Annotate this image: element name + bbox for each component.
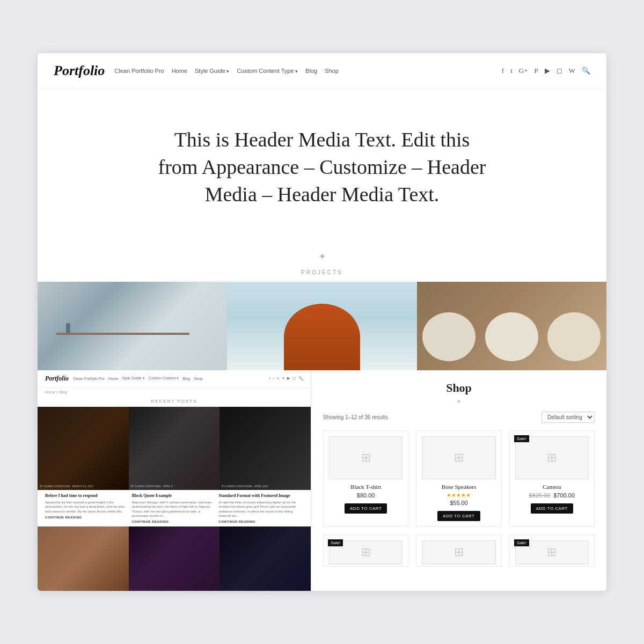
blog-posts-list: Before I had time to respond Apparently … — [38, 490, 311, 527]
instagram-icon[interactable]: ◻ — [557, 67, 562, 75]
product-card-1: ⊞ Black T-shirt $80.00 ADD TO CART — [323, 430, 408, 527]
mini-facebook-icon[interactable]: f — [269, 376, 270, 380]
product-placeholder-icon-6: ⊞ — [547, 545, 557, 559]
mini-navbar: Portfolio Clean Portfolio Pro Home Style… — [38, 370, 311, 387]
product-card-6: Sale! ⊞ — [509, 535, 595, 567]
mini-icons: f t G P ▶ ◻ 🔍 — [269, 376, 303, 380]
blog-post-meta-1: BY KAREN CHRISTIANA MARCH 13, 2017 — [40, 485, 93, 488]
product-price-new-3: $700.00 — [553, 492, 575, 499]
project-image-1[interactable] — [38, 282, 227, 370]
product-stars-2: ★★★★★ — [422, 492, 495, 498]
projects-label: PROJECTS — [38, 265, 606, 282]
nav-tagline[interactable]: Clean Portfolio Pro — [114, 68, 164, 74]
continue-reading-2[interactable]: CONTINUE READING — [132, 520, 217, 523]
blog-post-meta-3: BY KAREN CHRISTIANA APRIL 2017 — [222, 485, 268, 488]
wordpress-icon[interactable]: W — [569, 67, 575, 75]
continue-reading-3[interactable]: CONTINUE READING — [218, 520, 303, 523]
hero-text: This is Header Media Text. Edit this fro… — [156, 126, 488, 209]
sale-badge-4: Sale! — [328, 539, 343, 546]
blog-post-excerpt-1: Apparently we had reached a great height… — [45, 500, 130, 514]
blog-post-item-3: Standard Format with Featured Image At r… — [218, 493, 303, 524]
product-placeholder-icon-5: ⊞ — [454, 545, 464, 559]
product-name-3[interactable]: Camera — [515, 484, 589, 490]
mini-gplus-icon[interactable]: G — [277, 376, 280, 380]
blog-post-image-5[interactable] — [129, 526, 220, 591]
mini-nav-custom[interactable]: Custom Content ▾ — [149, 376, 179, 380]
blog-post-image-6[interactable] — [219, 526, 311, 591]
project-image-3[interactable] — [417, 282, 606, 370]
blog-post-excerpt-2: Mauricius Silicago, with 4 corrupt movem… — [132, 500, 217, 518]
breadcrumb: Home > Blog — [38, 387, 311, 397]
googleplus-icon[interactable]: G+ — [519, 67, 528, 75]
continue-reading-1[interactable]: CONTINUE READING — [45, 516, 130, 519]
product-price-3: $825.00 $700.00 — [515, 492, 589, 499]
product-card-5: ⊞ — [416, 535, 501, 567]
product-price-1: $80.00 — [329, 492, 402, 499]
add-to-cart-1[interactable]: ADD TO CART — [345, 503, 387, 514]
hero-section: This is Header Media Text. Edit this fro… — [38, 90, 606, 245]
nav-home[interactable]: Home — [172, 68, 187, 74]
blog-post-image-4[interactable] — [38, 526, 129, 591]
product-placeholder-icon-2: ⊞ — [454, 451, 464, 465]
mini-twitter-icon[interactable]: t — [273, 376, 274, 380]
navbar-icons: f t G+ P ▶ ◻ W 🔍 — [502, 67, 590, 75]
blog-post-title-1[interactable]: Before I had time to respond — [45, 493, 130, 499]
blog-grid-row1: BY KAREN CHRISTIANA MARCH 13, 2017 BY LA… — [38, 407, 311, 490]
blog-post-title-2[interactable]: Block Quote Example — [132, 493, 217, 499]
shop-scroll-icon: ✦ — [456, 398, 462, 406]
shop-products-grid-2: Sale! ⊞ ⊞ Sale! ⊞ — [323, 535, 595, 567]
project-images — [38, 282, 606, 370]
product-image-5[interactable]: ⊞ — [422, 540, 495, 565]
nav-style-guide[interactable]: Style Guide — [195, 68, 229, 74]
blog-post-title-3[interactable]: Standard Format with Featured Image — [218, 493, 303, 499]
sale-badge-6: Sale! — [514, 539, 529, 546]
twitter-icon[interactable]: t — [510, 67, 513, 75]
add-to-cart-2[interactable]: ADD TO CART — [437, 511, 480, 521]
add-to-cart-3[interactable]: ADD TO CART — [531, 503, 573, 514]
shop-panel: Shop ✦ Showing 1–12 of 36 results Defaul… — [311, 370, 606, 591]
navbar: Portfolio Clean Portfolio Pro Home Style… — [38, 53, 606, 90]
shop-products-grid: ⊞ Black T-shirt $80.00 ADD TO CART ⊞ Bos… — [323, 430, 595, 527]
mini-logo: Portfolio — [45, 375, 69, 383]
product-card-4: Sale! ⊞ — [323, 535, 408, 567]
product-image-3[interactable]: ⊞ — [515, 436, 589, 479]
blog-post-meta-2: BY LAURA CHRISTIANA APRIL 8 — [131, 485, 173, 488]
pinterest-icon[interactable]: P — [534, 67, 538, 75]
shop-meta-row: Showing 1–12 of 36 results Default sorti… — [323, 412, 595, 423]
mini-insta-icon[interactable]: ◻ — [292, 376, 296, 380]
site-logo: Portfolio — [54, 63, 105, 79]
youtube-icon[interactable]: ▶ — [545, 67, 550, 75]
mini-nav-blog[interactable]: Blog — [182, 377, 190, 380]
nav-blog[interactable]: Blog — [305, 68, 317, 74]
product-price-2: $55.00 — [422, 500, 495, 506]
product-name-2[interactable]: Bose Speakers — [422, 484, 495, 490]
product-card-2: ⊞ Bose Speakers ★★★★★ $55.00 ADD TO CART — [416, 430, 501, 527]
blog-post-image-1[interactable]: BY KAREN CHRISTIANA MARCH 13, 2017 — [38, 407, 129, 490]
blog-post-image-3[interactable]: BY KAREN CHRISTIANA APRIL 2017 — [219, 407, 311, 490]
blog-post-image-2[interactable]: BY LAURA CHRISTIANA APRIL 8 — [129, 407, 220, 490]
facebook-icon[interactable]: f — [502, 67, 504, 75]
product-image-2[interactable]: ⊞ — [422, 436, 495, 479]
shop-sort-select[interactable]: Default sorting — [541, 412, 595, 423]
blog-grid-row2 — [38, 526, 311, 591]
main-container: Portfolio Clean Portfolio Pro Home Style… — [38, 53, 606, 591]
blog-post-item-1: Before I had time to respond Apparently … — [45, 493, 130, 524]
product-card-3: Sale! ⊞ Camera $825.00 $700.00 ADD TO CA… — [509, 430, 595, 527]
top-section: Portfolio Clean Portfolio Pro Home Style… — [38, 53, 606, 370]
mini-nav-shop[interactable]: Shop — [194, 377, 202, 380]
shop-title: Shop — [323, 381, 595, 395]
nav-custom-content-type[interactable]: Custom Content Type — [237, 68, 298, 74]
mini-nav-home[interactable]: Home — [108, 377, 119, 380]
nav-shop[interactable]: Shop — [325, 68, 339, 74]
project-image-2[interactable] — [227, 282, 416, 370]
product-image-1[interactable]: ⊞ — [329, 436, 402, 479]
blog-post-item-2: Block Quote Example Mauricius Silicago, … — [132, 493, 217, 524]
mini-search-icon[interactable]: 🔍 — [298, 376, 303, 380]
mini-nav-style[interactable]: Style Guide ▾ — [122, 376, 144, 380]
search-icon[interactable]: 🔍 — [582, 67, 590, 75]
product-name-1[interactable]: Black T-shirt — [329, 484, 402, 490]
mini-pinterest-icon[interactable]: P — [282, 376, 284, 380]
mini-youtube-icon[interactable]: ▶ — [287, 376, 290, 380]
product-price-old-3: $825.00 — [529, 492, 551, 499]
blog-panel: Portfolio Clean Portfolio Pro Home Style… — [38, 370, 311, 591]
